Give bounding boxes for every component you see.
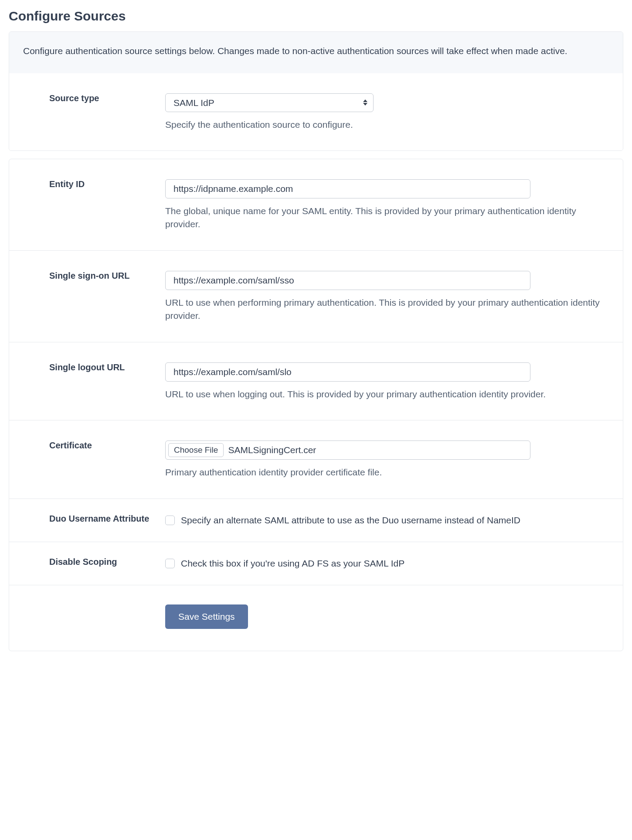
source-type-section: Source type SAML IdP Specify the authent… <box>9 73 623 150</box>
certificate-filename: SAMLSigningCert.cer <box>228 445 316 455</box>
duo-username-section: Duo Username Attribute Specify an altern… <box>9 499 623 542</box>
source-type-panel: Configure authentication source settings… <box>9 31 623 151</box>
disable-scoping-section: Disable Scoping Check this box if you're… <box>9 542 623 585</box>
slo-url-help: URL to use when logging out. This is pro… <box>165 388 606 401</box>
entity-id-help: The global, unique name for your SAML en… <box>165 205 606 231</box>
saml-fields-panel: Entity ID The global, unique name for yo… <box>9 159 623 652</box>
source-type-select[interactable]: SAML IdP <box>165 93 374 112</box>
slo-url-input[interactable] <box>165 362 530 382</box>
disable-scoping-text: Check this box if you're using AD FS as … <box>181 557 404 570</box>
sso-url-label: Single sign-on URL <box>49 271 165 281</box>
slo-url-label: Single logout URL <box>49 362 165 372</box>
page-title: Configure Sources <box>9 9 623 24</box>
certificate-file-input[interactable]: Choose File SAMLSigningCert.cer <box>165 440 530 460</box>
sso-url-input[interactable] <box>165 271 530 290</box>
disable-scoping-label: Disable Scoping <box>49 557 165 567</box>
certificate-section: Certificate Choose File SAMLSigningCert.… <box>9 420 623 498</box>
panel-description: Configure authentication source settings… <box>9 32 623 73</box>
certificate-help: Primary authentication identity provider… <box>165 466 606 479</box>
save-settings-button[interactable]: Save Settings <box>165 604 248 629</box>
certificate-label: Certificate <box>49 440 165 451</box>
source-type-label: Source type <box>49 93 165 103</box>
slo-url-section: Single logout URL URL to use when loggin… <box>9 342 623 420</box>
choose-file-button[interactable]: Choose File <box>168 443 224 457</box>
duo-username-text: Specify an alternate SAML attribute to u… <box>181 514 520 527</box>
entity-id-label: Entity ID <box>49 179 165 189</box>
submit-section: Save Settings <box>9 585 623 651</box>
sso-url-help: URL to use when performing primary authe… <box>165 296 606 323</box>
duo-username-label: Duo Username Attribute <box>49 514 165 524</box>
entity-id-section: Entity ID The global, unique name for yo… <box>9 159 623 250</box>
duo-username-checkbox[interactable] <box>165 516 175 525</box>
entity-id-input[interactable] <box>165 179 530 198</box>
source-type-help: Specify the authentication source to con… <box>165 118 606 131</box>
disable-scoping-checkbox[interactable] <box>165 559 175 568</box>
sso-url-section: Single sign-on URL URL to use when perfo… <box>9 250 623 342</box>
